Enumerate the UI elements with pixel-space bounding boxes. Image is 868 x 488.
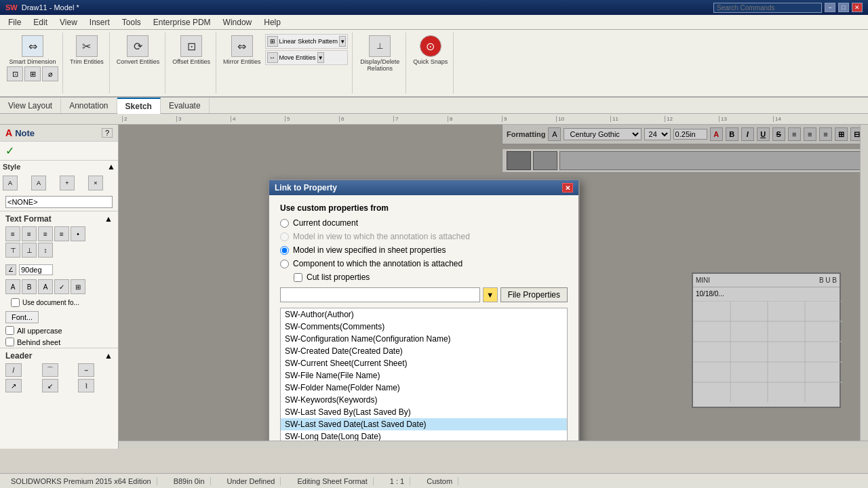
canvas[interactable]: Formatting A Century Gothic 24 A B I U S…: [119, 125, 868, 449]
format-icon-4[interactable]: ✓: [54, 279, 69, 294]
cut-list-checkbox[interactable]: [294, 273, 302, 282]
list-item[interactable]: SW-Current Sheet(Current Sheet): [281, 357, 567, 369]
property-dropdown-button[interactable]: ▼: [483, 287, 498, 302]
radio-component-input[interactable]: [280, 260, 289, 268]
style-btn-2[interactable]: A: [31, 176, 46, 190]
menu-window[interactable]: Window: [218, 16, 258, 28]
move-entities-button[interactable]: ↔: [267, 52, 278, 63]
smart-dimension-icon: ⇔: [22, 35, 43, 57]
toolbar-small-btn-3[interactable]: ⌀: [42, 66, 58, 81]
list-item[interactable]: SW-Created Date(Created Date): [281, 345, 567, 357]
leader-collapse[interactable]: ▲: [104, 351, 113, 361]
list-item[interactable]: SW-Author(Author): [281, 308, 567, 321]
titlebar: SW Draw11 - Model * − □ ✕: [0, 0, 868, 15]
ruler-marks: 2 3 4 5 6 7 8 9 10 11 12 13 14: [122, 116, 827, 122]
toolbar: ⇔ Smart Dimension ⊡ ⊞ ⌀ ✂ Trim Entities …: [0, 30, 868, 98]
leader-icon-5[interactable]: ↙: [42, 379, 58, 392]
horizontal-scrollbar[interactable]: [119, 441, 868, 449]
toolbar-group-offset: ⊡ Offset Entities: [167, 33, 216, 94]
align-right-btn[interactable]: ≡: [38, 226, 53, 241]
align-justify-btn[interactable]: ≡: [54, 226, 69, 241]
list-btn[interactable]: •: [71, 226, 85, 241]
align-center-btn[interactable]: ≡: [22, 226, 37, 241]
menu-edit[interactable]: Edit: [28, 16, 53, 28]
property-text-input[interactable]: [280, 287, 480, 302]
dialog-close-button[interactable]: ✕: [562, 183, 573, 192]
list-item[interactable]: SW-Comments(Comments): [281, 321, 567, 333]
leader-icon-1[interactable]: /: [5, 363, 22, 377]
valign-bottom-btn[interactable]: ↕: [38, 243, 53, 258]
leader-icon-2[interactable]: ⌒: [42, 363, 58, 377]
list-item-selected[interactable]: SW-Last Saved Date(Last Saved Date): [281, 418, 567, 430]
behind-sheet-checkbox[interactable]: [5, 338, 14, 346]
radio-model-label: Model in view to which the annotation is…: [293, 232, 470, 241]
style-select[interactable]: <NONE>: [5, 196, 113, 208]
format-icon-3[interactable]: A: [38, 279, 53, 294]
valign-middle-btn[interactable]: ⊥: [22, 243, 37, 258]
trim-entities-button[interactable]: ✂ Trim Entities: [68, 34, 105, 66]
mirror-entities-button[interactable]: ⇔ Mirror Entities: [222, 34, 262, 66]
file-properties-button[interactable]: File Properties: [500, 287, 568, 302]
linear-pattern-dropdown[interactable]: ▼: [339, 36, 346, 47]
menu-enterprise[interactable]: Enterprise PDM: [148, 16, 216, 28]
list-item[interactable]: SW-File Name(File Name): [281, 369, 567, 382]
list-item[interactable]: SW-Configuration Name(Configuration Name…: [281, 333, 567, 345]
vertical-scrollbar[interactable]: [860, 125, 868, 449]
menu-file[interactable]: File: [3, 16, 26, 28]
leader-icon-3[interactable]: ⌣: [78, 363, 94, 377]
property-list[interactable]: SW-Author(Author) SW-Comments(Comments) …: [280, 308, 568, 449]
radio-current-input[interactable]: [280, 219, 289, 228]
convert-entities-button[interactable]: ⟳ Convert Entities: [115, 34, 161, 66]
confirm-icon[interactable]: ✓: [5, 145, 14, 157]
toolbar-group-relations: ⊥ Display/Delete Relations: [354, 33, 406, 94]
style-collapse-icon[interactable]: ▲: [107, 162, 115, 171]
search-input[interactable]: [713, 3, 822, 13]
close-button[interactable]: ✕: [852, 3, 863, 12]
radio-sheet-input[interactable]: [280, 246, 289, 255]
leader-icon-4[interactable]: ↗: [5, 379, 22, 392]
use-doc-font-checkbox[interactable]: [11, 298, 20, 307]
text-format-collapse[interactable]: ▲: [104, 214, 113, 224]
display-delete-relations-button[interactable]: ⊥ Display/Delete Relations: [358, 34, 401, 73]
angle-input[interactable]: [19, 264, 53, 275]
move-entities-dropdown[interactable]: ▼: [317, 52, 324, 63]
format-icons-row: A B A ✓ ⊞: [0, 278, 118, 296]
menu-tools[interactable]: Tools: [117, 16, 146, 28]
valign-top-btn[interactable]: ⊤: [5, 243, 20, 258]
style-header: Style ▲: [0, 160, 118, 173]
radio-model-input[interactable]: [280, 232, 289, 241]
tab-annotation[interactable]: Annotation: [61, 98, 117, 113]
help-icon[interactable]: ?: [102, 128, 113, 138]
leader-icon-6[interactable]: ⌇: [78, 379, 94, 392]
list-item[interactable]: SW-Folder Name(Folder Name): [281, 382, 567, 394]
display-delete-icon: ⊥: [369, 35, 391, 57]
list-item[interactable]: SW-Keywords(Keywords): [281, 394, 567, 406]
menu-help[interactable]: Help: [258, 16, 286, 28]
tab-view-layout[interactable]: View Layout: [0, 98, 61, 113]
format-icon-5[interactable]: ⊞: [71, 279, 85, 294]
list-item[interactable]: SW-Last Saved By(Last Saved By): [281, 406, 567, 418]
minimize-button[interactable]: −: [825, 3, 835, 12]
tab-sketch[interactable]: Sketch: [117, 98, 161, 114]
quick-snaps-button[interactable]: ⊙ Quick Snaps: [412, 34, 449, 66]
menu-insert[interactable]: Insert: [84, 16, 115, 28]
align-left-btn[interactable]: ≡: [5, 226, 20, 241]
ruler-mark: 9: [502, 116, 556, 122]
format-icon-1[interactable]: A: [5, 279, 20, 294]
style-btn-3[interactable]: +: [60, 176, 75, 190]
smart-dimension-button[interactable]: ⇔ Smart Dimension: [7, 34, 57, 66]
all-uppercase-label: All uppercase: [17, 327, 62, 335]
format-icon-2[interactable]: B: [22, 279, 37, 294]
style-btn-1[interactable]: A: [3, 176, 18, 190]
offset-entities-button[interactable]: ⊡ Offset Entities: [171, 34, 212, 66]
menu-view[interactable]: View: [54, 16, 83, 28]
toolbar-small-btn-1[interactable]: ⊡: [7, 66, 23, 81]
linear-sketch-pattern-button[interactable]: ⊞: [267, 36, 278, 47]
toolbar-small-btn-2[interactable]: ⊞: [24, 66, 41, 81]
all-uppercase-checkbox[interactable]: [5, 326, 14, 335]
tab-evaluate[interactable]: Evaluate: [161, 98, 210, 113]
style-btn-4[interactable]: ×: [88, 176, 103, 190]
maximize-button[interactable]: □: [838, 3, 849, 12]
font-button[interactable]: Font...: [5, 311, 39, 323]
tabbar: View Layout Annotation Sketch Evaluate: [0, 98, 868, 114]
